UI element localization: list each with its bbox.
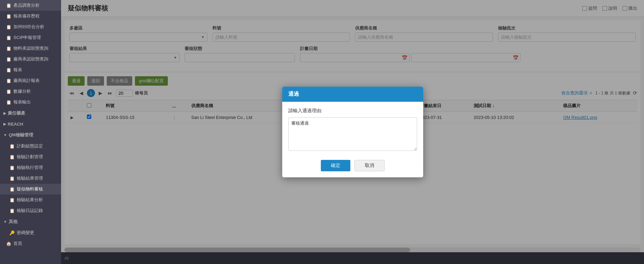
- dialog-title: 通過: [288, 91, 299, 97]
- scip-icon: 📋: [6, 35, 11, 40]
- sidebar-item-inspection-plan[interactable]: 📋 檢驗計劃管理: [0, 151, 61, 162]
- sidebar-item-report-output[interactable]: 📋 報表輸出: [0, 97, 61, 107]
- sidebar-item-report[interactable]: 📋 報表: [0, 64, 61, 75]
- sidebar-item-ca65[interactable]: 📋 加州65符合分析: [0, 21, 61, 32]
- other-label: 其他: [9, 219, 17, 225]
- sidebar-item-scip[interactable]: 📋 SCIP申報管理: [0, 32, 61, 43]
- sidebar-item-home[interactable]: 🏠 首頁: [0, 238, 61, 249]
- inspection-result-icon: 📋: [9, 176, 15, 181]
- other-arrow: ▼: [3, 220, 7, 224]
- data-analysis-icon: 📋: [6, 89, 11, 94]
- product-survey-icon: 📋: [6, 3, 11, 8]
- sidebar-item-material-status[interactable]: 📋 物料承認狀態查詢: [0, 43, 61, 54]
- qm-arrow: ▼: [3, 133, 7, 137]
- sidebar-section-qm[interactable]: ▼ QM檢驗管理: [0, 129, 61, 141]
- sidebar-item-suspect-material[interactable]: 📋 疑似物料審核: [0, 184, 61, 194]
- sidebar-item-data-analysis[interactable]: 📋 數據分析: [0, 86, 61, 97]
- sidebar-section-responsibility[interactable]: ▶ 責任礦產: [0, 107, 61, 119]
- dialog-label: 請輸入通過理由:: [288, 108, 417, 114]
- sidebar-item-plan-config[interactable]: 📋 計劃組態設定: [0, 141, 61, 151]
- sidebar-item-inspection-log[interactable]: 📋 檢驗日誌記錄: [0, 205, 61, 216]
- qm-label: QM檢驗管理: [9, 132, 33, 138]
- inspection-log-icon: 📋: [9, 208, 15, 213]
- sidebar-section-reach[interactable]: ▶ REACH: [0, 119, 61, 129]
- ca65-icon: 📋: [6, 24, 11, 30]
- password-icon: 🔑: [9, 230, 15, 235]
- inspection-exec-icon: 📋: [9, 165, 15, 170]
- responsibility-label: 責任礦產: [8, 110, 25, 116]
- home-icon: 🏠: [6, 241, 11, 246]
- report-output-icon: 📋: [6, 99, 11, 105]
- main-content: 疑似物料審核 提問 說明 匯出 多廠區: [61, 0, 644, 264]
- sidebar-item-inspection-exec[interactable]: 📋 檢驗執行管理: [0, 162, 61, 173]
- vendor-report-icon: 📋: [6, 78, 11, 83]
- sidebar-section-other[interactable]: ▼ 其他: [0, 216, 61, 227]
- reach-label: REACH: [8, 122, 23, 127]
- dialog-textarea[interactable]: [288, 117, 417, 151]
- sidebar: 📋 產品調查分析 📋 報表備存歷程 📋 加州65符合分析 📋 SCIP申報管理 …: [0, 0, 61, 264]
- plan-config-icon: 📋: [9, 143, 15, 149]
- dialog-body: 請輸入通過理由:: [282, 102, 423, 156]
- report-icon: 📋: [6, 67, 11, 73]
- dialog-cancel-button[interactable]: 取消: [354, 160, 385, 171]
- dialog: 通過 請輸入通過理由: 確定 取消: [282, 87, 423, 177]
- dialog-confirm-button[interactable]: 確定: [321, 160, 350, 171]
- overlay[interactable]: 通過 請輸入通過理由: 確定 取消: [61, 0, 644, 264]
- sidebar-item-report-history[interactable]: 📋 報表備存歷程: [0, 11, 61, 21]
- inspection-plan-icon: 📋: [9, 154, 15, 160]
- report-history-icon: 📋: [6, 13, 11, 19]
- material-status-icon: 📋: [6, 46, 11, 51]
- suspect-material-icon: 📋: [9, 186, 15, 192]
- sidebar-item-vendor-status[interactable]: 📋 廠商承認狀態查詢: [0, 54, 61, 64]
- reach-arrow: ▶: [3, 122, 6, 126]
- vendor-status-icon: 📋: [6, 56, 11, 62]
- sidebar-item-inspection-result[interactable]: 📋 檢驗結果管理: [0, 173, 61, 184]
- sidebar-item-inspection-analysis[interactable]: 📋 檢驗結果分析: [0, 194, 61, 205]
- dialog-header: 通過: [282, 87, 423, 102]
- inspection-analysis-icon: 📋: [9, 197, 15, 203]
- dialog-footer: 確定 取消: [282, 156, 423, 177]
- responsibility-arrow: ▶: [3, 111, 6, 116]
- sidebar-item-password[interactable]: 🔑 密碼變更: [0, 227, 61, 238]
- sidebar-item-vendor-report[interactable]: 📋 廠商統計報表: [0, 75, 61, 86]
- sidebar-item-product-survey[interactable]: 📋 產品調查分析: [0, 0, 61, 11]
